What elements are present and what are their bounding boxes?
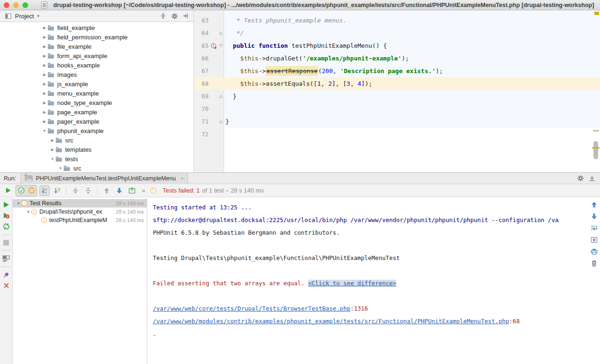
editor-line[interactable]: 70 (195, 103, 600, 115)
soft-wrap-icon[interactable] (591, 225, 598, 231)
chevron-right-icon[interactable]: ▶ (41, 91, 48, 96)
export-test-results-icon[interactable] (127, 186, 137, 196)
print-icon[interactable] (591, 248, 598, 255)
chevron-right-icon[interactable]: ▶ (41, 119, 48, 124)
previous-failed-test-icon[interactable] (101, 186, 112, 196)
fold-marker-icon[interactable]: ⌂ (217, 43, 225, 48)
editor-line[interactable]: 72 (195, 128, 600, 141)
console-link[interactable]: /var/www/web/core/tests/Drupal/Tests/Bro… (153, 305, 350, 312)
stop-icon[interactable] (3, 240, 9, 245)
close-window-icon[interactable] (4, 2, 9, 8)
editor-line[interactable]: 67 $this->assertResponse(200, 'Descripti… (195, 65, 600, 77)
chevron-right-icon[interactable]: ▶ (41, 54, 48, 58)
fold-marker-icon[interactable]: ⌂ (217, 94, 225, 99)
collapse-all-icon[interactable] (83, 186, 93, 196)
failed-test-gutter-icon[interactable]: ! (210, 43, 217, 48)
project-tree-item[interactable]: ▶file_example (0, 42, 194, 51)
hide-panel-icon[interactable] (181, 12, 190, 20)
fold-marker-icon[interactable]: ⌂ (217, 119, 225, 124)
project-tree-item[interactable]: ▶js_example (0, 79, 194, 89)
chevron-down-icon[interactable]: ▼ (15, 201, 22, 206)
project-tree-item[interactable]: ▼phpunit_example (0, 126, 194, 135)
warning-stripe-mark[interactable] (592, 147, 600, 149)
project-tree-item[interactable]: ▶templates (0, 145, 194, 154)
console-link[interactable]: <Click to see difference> (308, 280, 396, 287)
editor-line[interactable]: 68 $this->assertEquals([1, 2], [3, 4]); (195, 77, 600, 90)
fold-marker-icon[interactable]: ⌂ (219, 30, 223, 36)
close-icon[interactable] (3, 282, 9, 289)
project-tree-item[interactable]: ▶src (0, 135, 194, 145)
console-link[interactable]: /var/www/web/modules/contrib/examples/ph… (153, 318, 509, 325)
editor-line[interactable]: 71⌂} (195, 115, 600, 128)
code-editor[interactable]: 63 * Tests phpunit_example menus.64⌂ */6… (195, 10, 600, 172)
inspection-status-icon[interactable] (594, 12, 599, 15)
editor-line[interactable]: 66 $this->drupalGet('/examples/phpunit-e… (195, 52, 600, 65)
test-tree-item[interactable]: !testPhpUnitExampleM28 s 140 ms (13, 216, 147, 224)
chevron-right-icon[interactable]: ▶ (41, 73, 48, 77)
project-tree-item[interactable]: ▶pager_example (0, 117, 194, 126)
fold-marker-icon[interactable]: ⌂ (217, 30, 225, 36)
chevron-down-icon[interactable]: ▼ (49, 157, 56, 161)
chevron-right-icon[interactable]: ▶ (41, 45, 48, 49)
toggle-auto-test-icon[interactable] (3, 223, 10, 230)
chevron-down-icon[interactable]: ▼ (57, 166, 64, 171)
project-tree-item[interactable]: ▼src (0, 163, 194, 172)
fold-marker-icon[interactable]: ⌂ (219, 119, 223, 124)
locate-icon[interactable] (159, 12, 167, 20)
gear-icon[interactable] (170, 12, 179, 20)
rerun-icon[interactable] (3, 201, 9, 208)
project-tree-item[interactable]: ▶page_example (0, 107, 194, 117)
sort-alphabetically-icon[interactable]: az (39, 186, 50, 196)
error-stripe-mark[interactable] (593, 130, 599, 132)
chevron-right-icon[interactable]: ▶ (41, 35, 48, 39)
chevron-down-icon[interactable]: ▼ (36, 14, 40, 18)
chevron-right-icon[interactable]: ▶ (41, 101, 48, 105)
prev-occurrence-icon[interactable] (591, 201, 597, 208)
chevron-down-icon[interactable]: ▼ (25, 210, 31, 214)
run-tab[interactable]: php PHPUnitExampleMenuTest.testPhpUnitEx… (21, 173, 188, 184)
fold-marker-icon[interactable]: ⌂ (219, 43, 223, 48)
chevron-right-icon[interactable]: ▶ (41, 26, 48, 30)
chevron-right-icon[interactable]: ▶ (41, 63, 48, 67)
sort-by-duration-icon[interactable] (52, 186, 62, 196)
minimize-window-icon[interactable] (13, 2, 19, 8)
editor-scrollbar[interactable] (593, 141, 598, 159)
editor-line[interactable]: 63 * Tests phpunit_example menus. (195, 14, 600, 27)
project-tree-item[interactable]: ▶field_permission_example (0, 32, 194, 42)
next-failed-test-icon[interactable] (114, 186, 124, 196)
expand-all-icon[interactable] (70, 186, 81, 196)
project-tree-item[interactable]: ▶node_type_example (0, 98, 194, 107)
project-tree-item[interactable]: ▶form_api_example (0, 51, 194, 60)
project-tree-item[interactable]: ▶field_example (0, 23, 194, 32)
chevron-down-icon[interactable]: ▼ (41, 129, 48, 133)
test-tree-item[interactable]: ▼!Test Results28 s 140 ms (13, 199, 147, 208)
failed-test-gutter-icon[interactable]: ! (211, 43, 216, 48)
chevron-right-icon[interactable]: ▶ (41, 82, 48, 86)
rerun-failed-tests-icon[interactable]: ! (3, 212, 9, 219)
scroll-to-end-icon[interactable] (591, 237, 598, 243)
chevron-right-icon[interactable]: ▶ (49, 138, 56, 142)
show-passed-icon[interactable] (16, 186, 26, 196)
preview-icon[interactable] (2, 255, 10, 262)
show-ignored-icon[interactable] (26, 186, 37, 196)
rerun-icon[interactable] (3, 186, 13, 196)
chevron-right-icon[interactable]: ▶ (49, 148, 56, 152)
pin-tab-icon[interactable] (3, 272, 9, 278)
zoom-window-icon[interactable] (22, 2, 28, 8)
run-console[interactable]: Testing started at 13:25 ...sftp://docke… (147, 198, 600, 364)
more-icon[interactable]: » (142, 187, 145, 194)
next-occurrence-icon[interactable] (591, 213, 597, 220)
project-tree-item[interactable]: ▶images (0, 70, 194, 79)
test-tree-item[interactable]: ▼!Drupal\Tests\phpunit_ex28 s 140 ms (13, 208, 147, 216)
editor-line[interactable]: 65!⌂ public function testPhpUnitExampleM… (195, 39, 600, 52)
editor-line[interactable]: 64⌂ */ (195, 27, 600, 39)
project-panel-title[interactable]: Project (15, 13, 34, 20)
clear-all-icon[interactable] (591, 260, 597, 267)
project-tree-item[interactable]: ▼tests (0, 154, 194, 163)
fold-marker-icon[interactable]: ⌂ (219, 94, 223, 99)
gear-icon[interactable] (577, 175, 584, 182)
close-tab-icon[interactable]: × (180, 176, 183, 181)
chevron-right-icon[interactable]: ▶ (41, 110, 48, 114)
project-tree-item[interactable]: ▶hooks_example (0, 60, 194, 70)
hide-panel-icon[interactable] (589, 175, 595, 182)
